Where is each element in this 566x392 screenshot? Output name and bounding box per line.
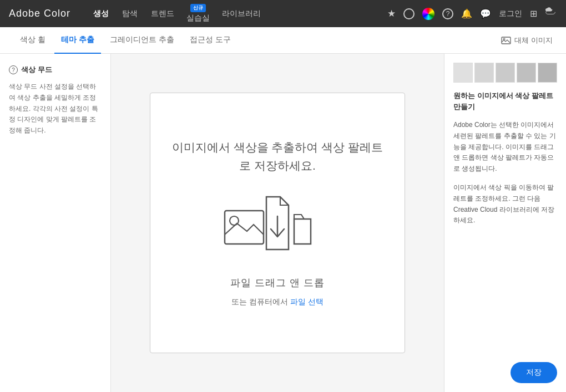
nav-item-trends[interactable]: 트렌드 [150,7,175,21]
app-logo: Adobe Color [9,8,81,19]
circle-icon[interactable] [403,8,415,19]
color-swatches [453,63,557,83]
color-mode-section: ? 색상 무드 색상 무드 사전 설정을 선택하여 색상 추출을 세밀하게 조정… [9,65,102,136]
left-sidebar: ? 색상 무드 색상 무드 사전 설정을 선택하여 색상 추출을 세밀하게 조정… [0,54,111,392]
panel-section-text-1: Adobe Color는 선택한 이미지에서 세련된 팔레트를 추출할 수 있는… [453,120,557,175]
drop-zone-title: 이미지에서 색상을 추출하여 색상 팔레트로 저장하세요. [167,139,388,175]
color-wheel-icon[interactable] [422,8,434,20]
tab-accessibility[interactable]: 접근성 도구 [183,27,237,54]
tab-gradient-extract[interactable]: 그레이디언트 추출 [103,27,181,54]
center-area: 이미지에서 색상을 추출하여 색상 팔레트로 저장하세요. [111,54,444,392]
swatch-3 [496,63,515,83]
right-panel: 원하는 이미지에서 색상 팔레트 만들기 Adobe Color는 선택한 이미… [444,54,566,392]
swatch-1 [453,63,473,83]
swatch-2 [474,63,494,83]
drop-zone-or-text: 또는 컴퓨터에서 파일 선택 [231,297,324,307]
color-mode-description: 색상 무드 사전 설정을 선택하여 색상 추출을 세밀하게 조정하세요. 각각의… [9,82,102,136]
upload-illustration [219,191,336,265]
help-circle-icon[interactable]: ? [9,65,18,74]
login-button[interactable]: 로그인 [499,9,522,19]
header-icons: ★ ? 🔔 💬 로그인 ⊞ [387,7,557,21]
drop-zone-subtitle: 파일 드래그 앤 드롭 [230,276,325,289]
tab-color-wheel[interactable]: 색상 휠 [13,27,52,54]
chat-icon[interactable]: 💬 [480,8,491,19]
swatch-5 [538,63,557,83]
tabs-bar: 색상 휠 테마 추출 그레이디언트 추출 접근성 도구 대체 이미지 [0,27,566,54]
color-mode-title: 색상 무드 [21,65,52,75]
save-button[interactable]: 저장 [511,362,557,383]
nav-item-studio[interactable]: 신규 실습실 [186,4,210,23]
help-icon[interactable]: ? [442,8,453,19]
star-icon[interactable]: ★ [387,8,396,19]
image-icon [501,37,511,44]
creative-cloud-icon[interactable] [545,7,557,21]
drag-drop-icon [219,191,336,263]
replace-image-button[interactable]: 대체 이미지 [501,35,553,45]
panel-section-title: 원하는 이미지에서 색상 팔레트 만들기 [453,90,557,112]
grid-icon[interactable]: ⊞ [530,8,537,19]
tab-theme-extract[interactable]: 테마 추출 [54,27,101,54]
app-header: Adobe Color 생성 탐색 트렌드 신규 실습실 라이브러리 ★ ? 🔔… [0,0,566,27]
nav-item-create[interactable]: 생성 [92,7,110,21]
nav-item-explore[interactable]: 탐색 [121,7,139,21]
main-nav: 생성 탐색 트렌드 신규 실습실 라이브러리 [92,4,376,23]
svg-point-1 [503,38,505,40]
new-badge: 신규 [190,4,206,12]
file-select-link[interactable]: 파일 선택 [290,297,324,306]
swatch-4 [517,63,536,83]
svg-rect-2 [225,211,264,244]
panel-section-text-2: 이미지에서 색상 픽을 이동하여 팔레트를 조정하세요. 그런 다음 Creat… [453,182,557,226]
nav-item-library[interactable]: 라이브러리 [221,7,262,21]
bell-icon[interactable]: 🔔 [461,8,472,19]
drop-zone[interactable]: 이미지에서 색상을 추출하여 색상 팔레트로 저장하세요. [150,93,405,353]
main-content: ? 색상 무드 색상 무드 사전 설정을 선택하여 색상 추출을 세밀하게 조정… [0,54,566,392]
